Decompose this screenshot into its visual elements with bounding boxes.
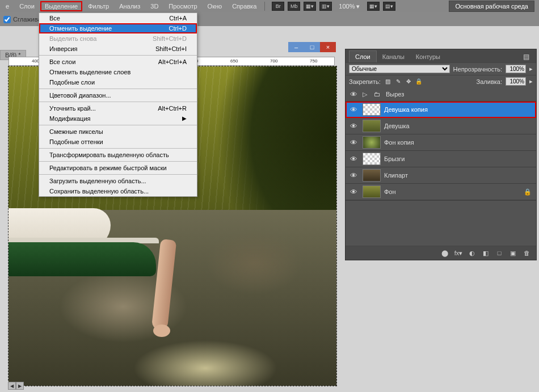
visibility-eye-icon[interactable]: 👁	[348, 186, 359, 197]
layer-name[interactable]: Фон копия	[384, 139, 534, 146]
screen-mode-icon[interactable]: ▦▾	[367, 2, 380, 11]
layer-row[interactable]: 👁Фон🔒	[346, 184, 536, 200]
arrange-docs-icon[interactable]: ▥▾	[319, 2, 332, 11]
tab-channels[interactable]: Каналы	[377, 51, 410, 62]
visibility-eye-icon[interactable]: 👁	[348, 170, 359, 181]
menu-view[interactable]: Просмотр	[164, 1, 201, 11]
opacity-chevron-icon[interactable]: ▸	[529, 65, 533, 73]
tab-layers[interactable]: Слои	[349, 50, 377, 62]
layer-name[interactable]: Брызги	[384, 155, 534, 162]
blend-mode-row: Обычные Непрозрачность: ▸	[346, 62, 536, 75]
layer-name[interactable]: Клипарт	[384, 172, 534, 179]
layer-row[interactable]: 👁Фон копия	[346, 134, 536, 151]
lock-pixels-icon[interactable]: ✎	[394, 78, 402, 86]
fill-field[interactable]	[506, 77, 526, 86]
fill-label: Заливка:	[477, 78, 502, 85]
menu-item-отменить-выделение[interactable]: Отменить выделениеCtrl+D	[39, 23, 197, 33]
scroll-left-button[interactable]: ◀	[8, 382, 16, 390]
layer-row[interactable]: 👁▷🗀Вырез	[346, 87, 536, 102]
menu-help[interactable]: Справка	[228, 1, 261, 11]
tab-paths[interactable]: Контуры	[410, 51, 446, 62]
horizontal-scrollbar[interactable]: ◀ ▶	[8, 382, 337, 390]
group-triangle-icon[interactable]: ▷	[363, 91, 370, 98]
menu-item-отменить-выделение-слоев[interactable]: Отменить выделение слоев	[39, 67, 197, 77]
layer-thumbnail[interactable]	[363, 169, 381, 182]
menu-item-загрузить-выделенную-область-[interactable]: Загрузить выделенную область...	[39, 176, 197, 186]
layer-thumbnail[interactable]	[363, 186, 381, 198]
layer-thumbnail[interactable]	[363, 103, 381, 116]
layer-row[interactable]: 👁Клипарт	[346, 167, 536, 184]
menu-item-все[interactable]: ВсеCtrl+A	[39, 13, 197, 23]
blend-mode-select[interactable]: Обычные	[349, 65, 450, 73]
visibility-eye-icon[interactable]: 👁	[348, 88, 359, 100]
opacity-label: Непрозрачность:	[453, 66, 502, 73]
layers-list: 👁▷🗀Вырез👁Девушка копия👁Девушка👁Фон копия…	[346, 87, 536, 200]
zoom-level[interactable]: 100% ▾	[335, 3, 363, 10]
layer-thumbnail[interactable]	[363, 120, 381, 132]
layer-row[interactable]: 👁Девушка	[346, 118, 536, 134]
lock-position-icon[interactable]: ✥	[405, 78, 412, 86]
fx-icon[interactable]: fx▾	[453, 248, 464, 258]
menu-filter[interactable]: Фильтр	[83, 1, 113, 11]
menu-item-редактировать-в-режиме-быстрой-маски[interactable]: Редактировать в режиме быстрой маски	[39, 163, 197, 173]
mask-icon[interactable]: ◐	[467, 248, 477, 258]
maximize-button[interactable]: □	[304, 42, 320, 52]
document-window-controls: – □ ×	[288, 42, 336, 52]
menu-3d[interactable]: 3D	[146, 1, 163, 11]
layer-thumbnail[interactable]	[363, 153, 381, 165]
menu-item-модификация[interactable]: Модификация▶	[39, 113, 197, 124]
panel-footer: ⬤fx▾◐◧□▣🗑	[346, 246, 536, 260]
menu-window[interactable]: Окно	[203, 1, 227, 11]
layer-thumbnail[interactable]	[363, 136, 381, 149]
menu-item-инверсия[interactable]: ИнверсияShift+Ctrl+I	[39, 44, 197, 54]
layer-name[interactable]: Фон	[384, 188, 520, 195]
layer-name[interactable]: Девушка копия	[384, 106, 534, 113]
bridge-icon[interactable]: Br	[272, 2, 284, 11]
menu-selection[interactable]: Выделение	[40, 1, 82, 11]
group-icon[interactable]: □	[494, 248, 504, 258]
lock-transparency-icon[interactable]: ▨	[384, 78, 392, 86]
menu-item-сохранить-выделенную-область-[interactable]: Сохранить выделенную область...	[39, 186, 197, 196]
menu-item-цветовой-диапазон-[interactable]: Цветовой диапазон...	[39, 90, 197, 100]
menu-edit-partial[interactable]: е	[1, 1, 14, 11]
layer-name[interactable]: Девушка	[384, 123, 534, 129]
menu-layers[interactable]: Слои	[15, 1, 39, 11]
minimize-button[interactable]: –	[288, 42, 304, 52]
menu-analysis[interactable]: Анализ	[115, 1, 145, 11]
canvas-hand	[153, 324, 170, 337]
visibility-eye-icon[interactable]: 👁	[348, 104, 359, 115]
extra-mode-icon[interactable]: ▤▾	[383, 2, 395, 11]
minibridge-icon[interactable]: Mb	[288, 2, 300, 11]
lock-label: Закрепить:	[349, 78, 381, 85]
close-button[interactable]: ×	[320, 42, 336, 52]
workspace-switcher[interactable]: Основная рабочая среда	[449, 1, 534, 12]
panel-menu-icon[interactable]: ▤	[520, 53, 533, 61]
menu-item-смежные-пикселы[interactable]: Смежные пикселы	[39, 127, 197, 137]
panel-empty-area	[346, 200, 536, 246]
menu-item-трансформировать-выделенную-область[interactable]: Трансформировать выделенную область	[39, 150, 197, 160]
lock-all-icon[interactable]: 🔒	[415, 78, 423, 86]
view-extras-icon[interactable]: ▦▾	[304, 2, 316, 11]
selection-menu-dropdown: ВсеCtrl+AОтменить выделениеCtrl+DВыделит…	[39, 12, 197, 197]
new-layer-icon[interactable]: ▣	[508, 248, 518, 258]
menu-item-все-слои[interactable]: Все слоиAlt+Ctrl+A	[39, 57, 197, 67]
visibility-eye-icon[interactable]: 👁	[348, 137, 359, 148]
trash-icon[interactable]: 🗑	[521, 248, 532, 258]
menu-item-подобные-слои[interactable]: Подобные слои	[39, 77, 197, 87]
menu-item-подобные-оттенки[interactable]: Подобные оттенки	[39, 137, 197, 147]
antialias-checkbox[interactable]	[3, 16, 11, 23]
menu-item-уточнить-край-[interactable]: Уточнить край...Alt+Ctrl+R	[39, 103, 197, 113]
adjustment-icon[interactable]: ◧	[481, 248, 491, 258]
scroll-right-button[interactable]: ▶	[16, 382, 24, 390]
visibility-eye-icon[interactable]: 👁	[348, 153, 359, 165]
canvas-boat	[9, 208, 179, 288]
link-icon[interactable]: ⬤	[440, 248, 450, 258]
layer-name[interactable]: Вырез	[386, 91, 534, 98]
layers-panel: Слои Каналы Контуры ▤ Обычные Непрозрачн…	[345, 49, 537, 260]
layer-row[interactable]: 👁Девушка копия	[346, 102, 536, 118]
opacity-field[interactable]	[506, 65, 526, 73]
layer-row[interactable]: 👁Брызги	[346, 151, 536, 167]
antialias-label: Сглажива	[13, 16, 41, 23]
visibility-eye-icon[interactable]: 👁	[348, 120, 359, 132]
fill-chevron-icon[interactable]: ▸	[529, 78, 533, 85]
